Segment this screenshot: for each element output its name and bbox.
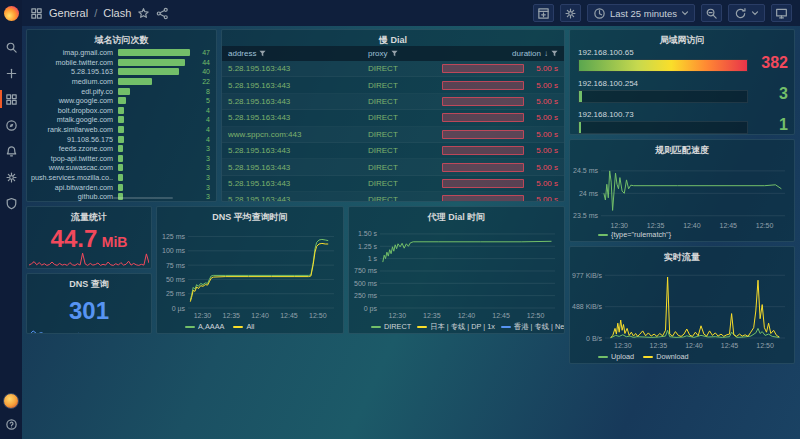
rule-match-chart: 24.5 ms24 ms23.5 ms12:3012:3512:4012:451… xyxy=(571,156,793,230)
help-icon[interactable] xyxy=(5,418,18,431)
user-avatar[interactable] xyxy=(3,393,19,409)
domain-bar-row: api.bitwarden.com3 xyxy=(31,182,210,192)
domain-label: rank.similarweb.com xyxy=(31,125,113,134)
sort-arrow-icon: ↓ xyxy=(544,49,548,58)
sidebar-item-server-admin[interactable] xyxy=(0,196,22,210)
duration-bar xyxy=(442,179,524,188)
scrollbar[interactable] xyxy=(113,197,173,199)
lan-value: 1 xyxy=(779,116,788,134)
filter-icon[interactable] xyxy=(259,50,266,57)
legend-item[interactable]: All xyxy=(233,322,254,331)
cell-duration: 5.00 s xyxy=(524,163,558,172)
sidebar-item-alerting[interactable] xyxy=(0,144,22,158)
dashboard-settings-button[interactable] xyxy=(560,4,581,22)
panel-title[interactable]: DNS 平均查询时间 xyxy=(157,207,343,223)
domain-label: api.bitwarden.com xyxy=(31,183,113,192)
panel-title[interactable]: 规则匹配速度 xyxy=(570,140,794,156)
domain-bar-row: www.google.com5 xyxy=(31,96,210,106)
sidebar-item-configuration[interactable] xyxy=(0,170,22,184)
legend-item[interactable]: A,AAAA xyxy=(185,322,224,331)
column-address[interactable]: address xyxy=(228,49,368,58)
panel-title[interactable]: 代理 Dial 时间 xyxy=(349,207,564,223)
add-panel-button[interactable] xyxy=(533,4,554,22)
legend-item[interactable]: Upload xyxy=(598,352,634,361)
column-proxy[interactable]: proxy xyxy=(368,49,512,58)
svg-text:1.25 s: 1.25 s xyxy=(358,243,378,250)
svg-text:977 KiB/s: 977 KiB/s xyxy=(572,272,602,279)
zoom-out-icon xyxy=(705,7,718,20)
cycle-view-button[interactable] xyxy=(771,4,792,22)
duration-bar xyxy=(442,195,524,202)
filter-icon[interactable] xyxy=(391,50,398,57)
legend-item[interactable]: 香港 | 专线 | Nerpcloud | 1x xyxy=(501,322,565,332)
breadcrumb-folder[interactable]: General xyxy=(49,7,88,19)
column-duration[interactable]: duration ↓ xyxy=(512,49,558,58)
lan-bar-track xyxy=(578,90,748,103)
dashboard-grid-icon xyxy=(30,7,43,20)
refresh-icon xyxy=(734,7,747,20)
legend-label: {type="rulematch"} xyxy=(611,230,671,239)
domain-value: 4 xyxy=(194,136,210,143)
panel-title[interactable]: 流量统计 xyxy=(27,207,151,223)
domain-value: 22 xyxy=(194,78,210,85)
panel-title[interactable]: 慢 Dial xyxy=(222,30,564,46)
legend-item[interactable]: {type="rulematch"} xyxy=(598,230,671,239)
domain-bar-row: feeds.zzone.com3 xyxy=(31,144,210,154)
grafana-flame-icon xyxy=(4,6,19,21)
legend-label: 香港 | 专线 | Nerpcloud | 1x xyxy=(514,322,565,332)
breadcrumb-dashboard[interactable]: Clash xyxy=(103,7,131,19)
star-icon[interactable] xyxy=(137,7,150,20)
lan-bar-fill xyxy=(579,91,582,102)
panel-lan-access: 局域网访问 192.168.100.65382192.168.100.25431… xyxy=(569,29,795,135)
legend-color-dash xyxy=(417,326,427,328)
bar-fill xyxy=(118,107,124,114)
time-range-picker[interactable]: Last 25 minutes xyxy=(587,4,695,22)
sidebar-item-search[interactable] xyxy=(0,40,22,54)
cell-address: 5.28.195.163:443 xyxy=(228,146,368,155)
bar-fill xyxy=(118,126,124,133)
bar-track xyxy=(118,59,190,66)
svg-text:1 s: 1 s xyxy=(368,255,378,262)
svg-text:12:30: 12:30 xyxy=(194,312,212,319)
legend-color-dash xyxy=(501,326,511,328)
refresh-button[interactable] xyxy=(728,4,765,22)
legend-color-dash xyxy=(371,326,381,328)
chart-legend: {type="rulematch"} xyxy=(570,229,794,240)
column-label: proxy xyxy=(368,49,388,58)
cell-address: 5.28.195.163:443 xyxy=(228,64,368,73)
domain-value: 40 xyxy=(194,68,210,75)
cell-proxy: DIRECT xyxy=(368,97,442,106)
legend-item[interactable]: Download xyxy=(643,352,688,361)
bar-track xyxy=(118,136,190,143)
cell-address: 5.28.195.163:443 xyxy=(228,195,368,202)
table-row: 5.28.195.163:443DIRECT5.00 s xyxy=(222,176,564,192)
panel-rule-match-speed: 规则匹配速度 24.5 ms24 ms23.5 ms12:3012:3512:4… xyxy=(569,139,795,242)
svg-text:12:35: 12:35 xyxy=(223,312,241,319)
panel-title[interactable]: 实时流量 xyxy=(570,247,794,263)
sidebar-item-dashboards[interactable] xyxy=(0,92,22,106)
caret-down-icon xyxy=(681,9,689,17)
panel-title[interactable]: 域名访问次数 xyxy=(27,30,216,46)
svg-text:12:40: 12:40 xyxy=(683,222,701,229)
domain-bar-row: medium.com22 xyxy=(31,77,210,87)
panel-title[interactable]: 局域网访问 xyxy=(570,30,794,46)
share-icon[interactable] xyxy=(156,7,169,20)
grafana-logo[interactable] xyxy=(0,0,22,26)
zoom-out-button[interactable] xyxy=(701,4,722,22)
bar-track xyxy=(118,116,190,123)
lan-bar-track xyxy=(578,59,748,72)
sidebar-item-create[interactable] xyxy=(0,66,22,80)
cell-duration: 5.00 s xyxy=(524,179,558,188)
legend-item[interactable]: DIRECT xyxy=(371,322,411,331)
domain-value: 47 xyxy=(194,49,210,56)
domain-bar-row: 5.28.195.16340 xyxy=(31,67,210,77)
svg-text:12:40: 12:40 xyxy=(251,312,269,319)
svg-text:50 ms: 50 ms xyxy=(166,276,186,283)
filter-icon[interactable] xyxy=(551,50,558,57)
legend-item[interactable]: 日本 | 专线 | DP | 1x xyxy=(417,322,495,332)
panel-title[interactable]: DNS 查询 xyxy=(27,274,151,290)
sidebar-item-explore[interactable] xyxy=(0,118,22,132)
search-icon xyxy=(5,41,18,54)
bar-track xyxy=(118,49,190,56)
bell-icon xyxy=(5,145,18,158)
